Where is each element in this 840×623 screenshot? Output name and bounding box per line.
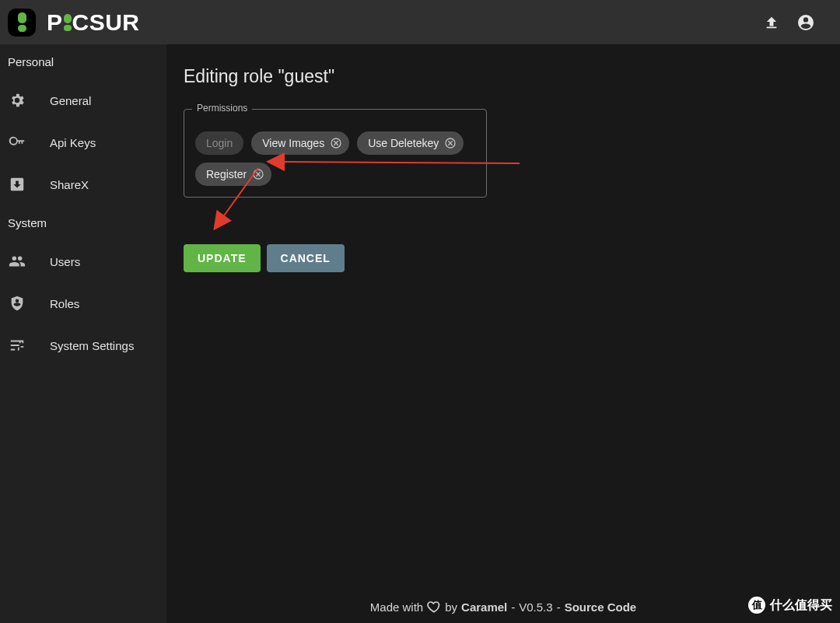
download-box-icon (8, 175, 26, 194)
chip-label: Use Deletekey (368, 137, 439, 149)
brand-name: P CSUR (47, 9, 140, 36)
sidebar-item-label: Users (50, 255, 80, 268)
sidebar: Personal General Api Keys ShareX System … (0, 44, 166, 623)
brand-accent-icon (64, 14, 72, 31)
chip-remove-button[interactable] (443, 136, 457, 150)
chip-label: View Images (262, 137, 324, 149)
sidebar-item-sharex[interactable]: ShareX (0, 163, 166, 205)
sidebar-item-label: System Settings (50, 339, 134, 352)
sidebar-item-roles[interactable]: Roles (0, 282, 166, 324)
footer-sep: - (557, 600, 561, 614)
main: Editing role "guest" Permissions Login V… (166, 44, 840, 623)
cancel-circle-icon (444, 137, 457, 149)
permission-chip-login: Login (195, 131, 243, 155)
gear-icon (8, 91, 26, 110)
sidebar-section-system: System (0, 205, 166, 240)
permission-chip-use-deletekey: Use Deletekey (357, 131, 464, 155)
sidebar-item-label: Roles (50, 297, 79, 310)
topbar: P CSUR (0, 0, 840, 44)
shield-account-icon (8, 294, 26, 313)
sidebar-item-label: ShareX (50, 178, 89, 191)
key-icon (8, 133, 26, 152)
watermark: 值 什么值得买 (748, 597, 832, 614)
brand-name-left: P (47, 9, 63, 36)
footer-by: by (445, 600, 457, 614)
page-title: Editing role "guest" (184, 66, 824, 87)
permission-chip-register: Register (195, 163, 271, 186)
chip-remove-button[interactable] (251, 167, 265, 181)
chip-label: Login (206, 137, 233, 149)
update-button[interactable]: Update (184, 244, 261, 272)
sidebar-item-users[interactable]: Users (0, 240, 166, 282)
permissions-field[interactable]: Permissions Login View Images Use Delete… (184, 109, 487, 198)
upload-icon (763, 14, 780, 31)
footer: Made with by Caramel - V0.5.3 - Source C… (166, 600, 840, 614)
permissions-chip-list: Login View Images Use Deletekey Register (195, 131, 475, 186)
footer-sep: - (511, 600, 515, 614)
sidebar-section-personal: Personal (0, 44, 166, 79)
heart-icon (427, 600, 441, 614)
account-circle-icon (796, 13, 815, 32)
cancel-circle-icon (330, 137, 342, 149)
upload-button[interactable] (754, 5, 789, 40)
users-icon (8, 252, 26, 271)
watermark-text: 什么值得买 (770, 597, 832, 614)
brand-mark-icon (8, 9, 36, 37)
sidebar-item-general[interactable]: General (0, 79, 166, 121)
permission-chip-view-images: View Images (251, 131, 349, 155)
chip-remove-button[interactable] (329, 136, 343, 150)
sidebar-item-label: General (50, 94, 91, 107)
chip-label: Register (206, 168, 247, 180)
sidebar-item-system-settings[interactable]: System Settings (0, 324, 166, 366)
action-row: Update Cancel (184, 244, 824, 272)
tune-icon (8, 336, 26, 355)
footer-madewith: Made with (370, 600, 423, 614)
permissions-legend: Permissions (192, 103, 252, 114)
footer-version: V0.5.3 (519, 600, 552, 614)
cancel-circle-icon (252, 168, 264, 180)
cancel-button[interactable]: Cancel (267, 244, 345, 272)
brand-name-right: CSUR (72, 9, 140, 36)
footer-source-link[interactable]: Source Code (565, 600, 637, 614)
brand[interactable]: P CSUR (8, 9, 140, 37)
account-button[interactable] (789, 5, 823, 40)
footer-author-link[interactable]: Caramel (461, 600, 507, 614)
sidebar-item-label: Api Keys (50, 136, 96, 149)
sidebar-item-apikeys[interactable]: Api Keys (0, 121, 166, 163)
watermark-badge-icon: 值 (748, 597, 765, 614)
